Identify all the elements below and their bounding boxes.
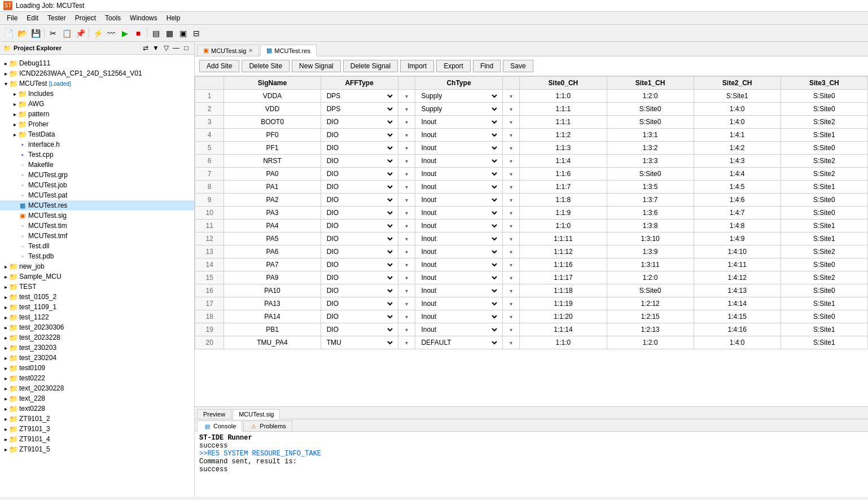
tree-item-test1122[interactable]: ▸📁test_1122 [0,312,194,322]
project-tree[interactable]: ▸📁Debug111▸📁ICND2263WAA_CP1_24D_S12564_V… [0,55,194,497]
tree-expand-testdata[interactable]: ▸ [11,131,18,138]
tree-expand-test1122[interactable]: ▸ [2,314,9,321]
toolbar-copy[interactable]: 📋 [60,27,73,40]
cell-select-2[interactable]: DIO [325,156,394,165]
cell-4[interactable]: Inout [415,271,502,284]
preview-tab-mcutest-sig[interactable]: MCUTest.sig [233,409,280,419]
tree-expand-samplemcu[interactable]: ▸ [2,273,9,280]
cell-select-4[interactable]: Inout [419,169,498,178]
toolbar-paste[interactable]: 📌 [74,27,86,40]
cell-2[interactable]: DIO [321,155,398,168]
tree-expand-test230203[interactable]: ▸ [2,344,9,351]
cell-select-2[interactable]: DIO [325,208,394,217]
tree-expand-text0228[interactable]: ▸ [2,405,9,412]
tab-mcutestsig[interactable]: ▣ MCUTest.sig✕ [197,45,259,56]
cell-2[interactable]: TMU [321,336,398,349]
tree-item-icnd[interactable]: ▸📁ICND2263WAA_CP1_24D_S12564_V01 [0,68,194,78]
cell-4[interactable]: Inout [415,168,502,181]
table-row[interactable]: 8PA1DIO▾Inout▾1:1:71:3:51:4:5S:Site1 [195,181,868,194]
cell-select-4[interactable]: Supply [419,104,498,113]
cell-4[interactable]: Inout [415,116,502,129]
tree-expand-test11091[interactable]: ▸ [2,304,9,310]
cell-select-2[interactable]: DIO [325,299,394,308]
cell-select-2[interactable]: DIO [325,247,394,256]
table-row[interactable]: 15PA9DIO▾Inout▾1:1:171:2:01:4:12S:Site2 [195,271,868,284]
cell-select-2[interactable]: DIO [325,221,394,230]
cell-2[interactable]: DIO [321,207,398,220]
cell-2[interactable]: DIO [321,323,398,336]
cell-2[interactable]: DIO [321,142,398,155]
tree-expand-icnd[interactable]: ▸ [2,70,9,77]
delete-site-button[interactable]: Delete Site [242,60,290,72]
cell-select-4[interactable]: Inout [419,260,498,269]
cell-4[interactable]: Inout [415,129,502,142]
tree-item-text20230228[interactable]: ▸📁text_20230228 [0,383,194,393]
collapse-button[interactable]: ▼ [151,43,160,52]
table-row[interactable]: 3BOOT0DIO▾Inout▾1:1:1S:Site01:4:0S:Site2 [195,116,868,129]
console-tab-problems[interactable]: ⚠ Problems [243,420,292,431]
toolbar-wave[interactable]: 〰 [105,27,117,40]
tree-item-test01052[interactable]: ▸📁test_0105_2 [0,292,194,302]
cell-select-4[interactable]: Inout [419,195,498,204]
cell-select-4[interactable]: Inout [419,130,498,139]
tree-expand-zt91012[interactable]: ▸ [2,415,9,422]
tree-item-test20230306[interactable]: ▸📁test_20230306 [0,322,194,332]
cell-2[interactable]: DIO [321,220,398,233]
add-site-button[interactable]: Add Site [199,60,239,72]
tree-expand-includes[interactable]: ▸ [11,90,18,97]
toolbar-open[interactable]: 📂 [16,27,28,40]
cell-4[interactable]: Inout [415,194,502,207]
tree-item-test230204[interactable]: ▸📁test_230204 [0,353,194,363]
cell-2[interactable]: DIO [321,116,398,129]
preview-tab-preview[interactable]: Preview [197,409,231,419]
signal-table-container[interactable]: SigNameAFFTypeChTypeSite0_CHSite1_CHSite… [195,76,868,406]
delete-signal-button[interactable]: Delete Signal [343,60,398,72]
tree-item-test11091[interactable]: ▸📁test_1109_1 [0,302,194,312]
tree-item-testdll[interactable]: ▫Test.dll [0,241,194,251]
tree-expand-test[interactable]: ▸ [2,283,9,290]
tree-item-makefile[interactable]: ▫Makefile [0,160,194,170]
tree-item-pattern[interactable]: ▸📁pattern [0,109,194,119]
cell-select-4[interactable]: Inout [419,156,498,165]
tree-item-mcutestjob[interactable]: ▫MCUTest.job [0,180,194,190]
cell-4[interactable]: DEFAULT [415,336,502,349]
tree-item-zt91013[interactable]: ▸📁ZT9101_3 [0,424,194,434]
table-row[interactable]: 5PF1DIO▾Inout▾1:1:31:3:21:4:2S:Site0 [195,142,868,155]
toolbar-new[interactable]: 📄 [2,27,15,40]
cell-select-2[interactable]: DIO [325,143,394,152]
menu-item-help[interactable]: Help [162,13,185,23]
cell-2[interactable]: DIO [321,181,398,194]
tree-item-mcutesttim[interactable]: ▫MCUTest.tim [0,221,194,231]
cell-select-4[interactable]: Inout [419,325,498,334]
cell-2[interactable]: DIO [321,233,398,245]
tree-item-newjob[interactable]: ▸📁new_job [0,261,194,271]
cell-select-2[interactable]: DIO [325,130,394,139]
cell-4[interactable]: Supply [415,103,502,116]
cell-4[interactable]: Inout [415,207,502,220]
toolbar-run[interactable]: ▶ [119,27,131,40]
tree-expand-test0109[interactable]: ▸ [2,365,9,371]
tab-mcutestres[interactable]: ▩ MCUTest.res [260,45,317,56]
cell-select-2[interactable]: DPS [325,104,394,113]
tree-expand-newjob[interactable]: ▸ [2,263,9,270]
maximize-button[interactable]: □ [182,43,191,52]
tree-item-mcutestgrp[interactable]: ▫MCUTest.grp [0,170,194,180]
tree-item-awg[interactable]: ▸📁AWG [0,99,194,109]
cell-select-4[interactable]: Inout [419,143,498,152]
menu-item-tools[interactable]: Tools [100,13,125,23]
save-button[interactable]: Save [503,60,533,72]
cell-select-4[interactable]: Inout [419,312,498,321]
cell-select-2[interactable]: DIO [325,182,394,191]
toolbar-layout3[interactable]: ▣ [177,27,189,40]
tree-item-proher[interactable]: ▸📁Proher [0,119,194,129]
toolbar-save[interactable]: 💾 [29,27,42,40]
cell-4[interactable]: Supply [415,90,502,103]
table-row[interactable]: 1VDDADPS▾Supply▾1:1:01:2:0S:Site1S:Site0 [195,90,868,103]
menu-item-windows[interactable]: Windows [125,13,162,23]
tree-item-zt91014[interactable]: ▸📁ZT9101_4 [0,434,194,444]
tree-item-test2023228[interactable]: ▸📁test_2023228 [0,332,194,343]
cell-4[interactable]: Inout [415,155,502,168]
cell-select-4[interactable]: Inout [419,286,498,295]
cell-2[interactable]: DPS [321,103,398,116]
cell-4[interactable]: Inout [415,310,502,323]
